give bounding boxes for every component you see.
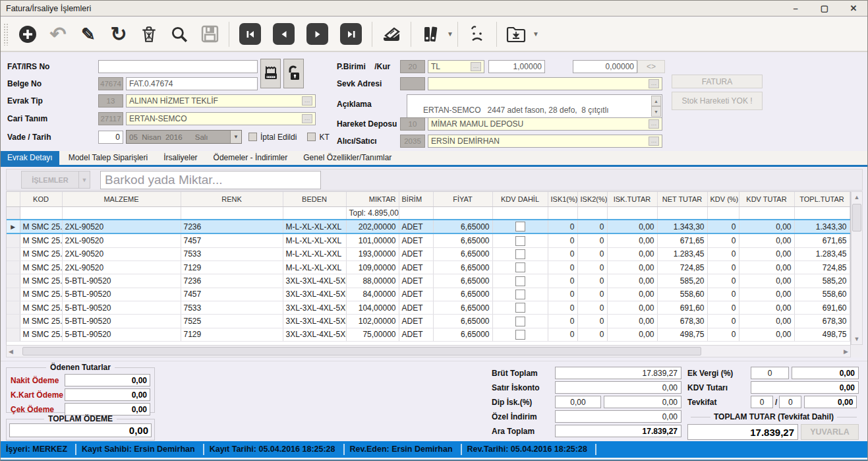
table-row[interactable]: ▶ M SMC 25... 2XL-90520 7236 M-L-XL-XL-X… — [7, 220, 850, 233]
evrak-tip-input[interactable]: ALINAN HİZMET TEKLİF … — [126, 94, 316, 108]
header-isk2[interactable]: ISK2(%) — [577, 192, 607, 206]
save-button[interactable] — [194, 21, 225, 47]
search-button[interactable] — [164, 21, 194, 47]
header-kdv-dahil[interactable]: KDV DAHİL — [492, 192, 548, 206]
scroll-left-icon[interactable]: ◀ — [9, 346, 13, 357]
kur2-input[interactable]: 0,00000 — [573, 60, 637, 73]
header-fiyat[interactable]: FİYAT — [433, 192, 492, 206]
nav-next-button[interactable] — [306, 23, 328, 45]
tevkifat-input[interactable]: 0,00 — [804, 396, 857, 408]
kdv-dahil-checkbox[interactable] — [515, 222, 525, 231]
belge-no-input[interactable]: FAT.0.47674 — [126, 77, 258, 90]
kt-checkbox[interactable] — [307, 133, 316, 141]
table-row[interactable]: M SMC 25... 5-BTL-90520 7533 3XL-3XL-4XL… — [7, 301, 850, 314]
cari-tanim-browse-button[interactable]: … — [302, 114, 312, 123]
hareket-deposu-input[interactable]: MİMAR MAMUL DEPOSU … — [428, 117, 662, 131]
table-row[interactable]: M SMC 25... 5-BTL-90520 7129 3XL-3XL-4XL… — [7, 328, 850, 341]
add-button[interactable] — [13, 21, 43, 47]
dip-isk-pct-input[interactable]: 0,00 — [555, 396, 601, 408]
evrak-tip-browse-button[interactable]: … — [302, 96, 312, 106]
maximize-button[interactable]: ▢ — [819, 3, 830, 13]
islemler-button[interactable]: İŞLEMLER — [21, 171, 79, 189]
scan-button[interactable] — [376, 21, 407, 47]
tab-model-talep-siparisleri[interactable]: Model Talep Siparişleri — [62, 151, 155, 165]
scroll-right-icon[interactable]: ▶ — [844, 346, 848, 357]
table-row[interactable]: M SMC 25... 5-BTL-90520 7525 3XL-3XL-4XL… — [7, 315, 850, 328]
fat-irs-no-input[interactable] — [98, 60, 258, 73]
tab-irsaliyeler[interactable]: İrsaliyeler — [157, 151, 204, 165]
table-row[interactable]: M SMC 25... 5-BTL-90520 7236 3XL-3XL-4XL… — [7, 274, 850, 288]
kdv-dahil-checkbox[interactable] — [515, 262, 525, 272]
tevkifat-b-input[interactable]: 0 — [779, 396, 801, 408]
kkart-odeme-input[interactable]: 0,00 — [65, 388, 150, 401]
table-row[interactable]: M SMC 25... 2XL-90520 7533 M-L-XL-XL-XXL… — [7, 247, 850, 261]
yuvarla-button[interactable]: YUVARLA — [801, 424, 859, 440]
aciklama-textarea[interactable]: ERTAN-SEMCO 2447 adet fason, 28 defo, 8 … — [407, 94, 662, 118]
spin-down-icon[interactable]: ▼ — [651, 106, 661, 117]
tevkifat-a-input[interactable]: 0 — [751, 396, 773, 408]
header-beden[interactable]: BEDEN — [283, 192, 346, 206]
header-renk[interactable]: RENK — [181, 192, 283, 206]
satir-iskonto-input[interactable]: 0,00 — [555, 381, 681, 394]
kdv-dahil-checkbox[interactable] — [515, 303, 525, 313]
header-miktar[interactable]: MIKTAR — [346, 192, 399, 206]
delete-button[interactable] — [134, 21, 164, 47]
iptal-edildi-checkbox[interactable] — [248, 133, 257, 141]
dip-isk-input[interactable]: 0,00 — [604, 396, 681, 408]
nav-first-button[interactable] — [239, 23, 261, 45]
scroll-down-icon[interactable]: ▼ — [854, 334, 860, 344]
vade-input[interactable]: 0 — [98, 131, 123, 144]
ozel-indirim-input[interactable]: 0,00 — [555, 410, 681, 423]
undo-button[interactable]: ↶ — [43, 21, 73, 47]
ek-vergi-pct-input[interactable]: 0 — [751, 367, 789, 379]
barcode-input[interactable] — [100, 171, 321, 189]
header-isk-tutar[interactable]: ISK.TUTAR — [607, 192, 657, 206]
toplam-odeme-input[interactable]: 0,00 — [9, 423, 152, 437]
kdv-dahil-checkbox[interactable] — [515, 317, 525, 326]
brut-toplam-input[interactable]: 17.839,27 — [555, 367, 681, 379]
kur-input[interactable]: 1,00000 — [488, 60, 545, 73]
kdv-dahil-checkbox[interactable] — [515, 290, 525, 299]
toplam-tutar-input[interactable]: 17.839,27 — [687, 424, 798, 440]
tab-genel-ozellikler[interactable]: Genel Özellikler/Tanımlar — [297, 151, 398, 165]
kdv-dahil-checkbox[interactable] — [515, 236, 525, 246]
header-isk1[interactable]: ISK1(%) — [548, 192, 577, 206]
currency-input[interactable]: TL … — [428, 60, 484, 73]
horizontal-scroll-thumb[interactable] — [22, 347, 701, 355]
nakit-odeme-input[interactable]: 0,00 — [65, 374, 150, 386]
cari-tanim-input[interactable]: ERTAN-SEMCO … — [126, 112, 316, 125]
kdv-dahil-checkbox[interactable] — [515, 249, 525, 259]
nav-last-button[interactable] — [340, 23, 362, 45]
nav-prev-button[interactable] — [273, 23, 295, 45]
table-row[interactable]: M SMC 25... 2XL-90520 7129 M-L-XL-XL-XXL… — [7, 261, 850, 274]
toolbar-grip[interactable] — [3, 23, 9, 46]
alici-satici-browse-button[interactable]: … — [649, 137, 659, 146]
minimize-button[interactable]: – — [790, 3, 801, 13]
ara-toplam-input[interactable]: 17.839,27 — [555, 425, 681, 437]
date-combobox[interactable]: 05 Nisan 2016 Salı ▼ — [126, 130, 242, 144]
hareket-deposu-browse-button[interactable]: … — [649, 119, 659, 129]
kur-swap-button[interactable]: <> — [637, 60, 665, 73]
mood-button[interactable] — [462, 21, 492, 47]
scroll-up-icon[interactable]: ▲ — [854, 192, 860, 202]
close-button[interactable]: ✕ — [848, 3, 859, 13]
header-kdv-pct[interactable]: KDV (%) — [707, 192, 739, 206]
header-kdv-tutar[interactable]: KDV TUTAR — [739, 192, 794, 206]
alici-satici-input[interactable]: ERSİN DEMİRHAN … — [428, 135, 662, 148]
spin-up-icon[interactable]: ▲ — [651, 96, 661, 106]
date-dropdown-arrow[interactable]: ▼ — [230, 131, 241, 143]
print-receipt-button[interactable] — [260, 59, 281, 88]
kdv-dahil-checkbox[interactable] — [515, 276, 525, 286]
vertical-scroll-thumb[interactable] — [852, 204, 861, 231]
table-row[interactable]: M SMC 25... 2XL-90520 7457 M-L-XL-XL-XXL… — [7, 233, 850, 247]
table-row[interactable]: M SMC 25... 5-BTL-90520 7457 3XL-3XL-4XL… — [7, 288, 850, 301]
sevk-adresi-input[interactable]: … — [428, 77, 662, 90]
export-dropdown-arrow[interactable]: ▼ — [533, 30, 539, 38]
unlock-button[interactable] — [283, 59, 304, 88]
tab-odemeler-indirimler[interactable]: Ödemeler - İndirimler — [207, 151, 295, 165]
header-kod[interactable]: KOD — [20, 192, 62, 206]
horizontal-scrollbar[interactable]: ◀ ▶ — [6, 345, 851, 357]
ek-vergi-input[interactable]: 0,00 — [792, 367, 859, 379]
kdv-tutari-input[interactable]: 0,00 — [751, 381, 859, 394]
sevk-adresi-browse-button[interactable]: … — [649, 79, 659, 88]
